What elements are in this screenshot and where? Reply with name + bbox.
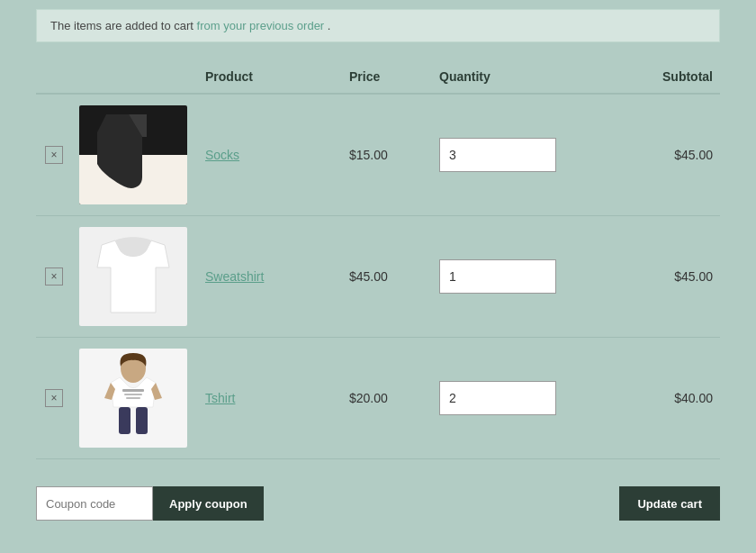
product-link-socks[interactable]: Socks xyxy=(205,148,239,162)
subtotal-tshirt: $40.00 xyxy=(612,338,720,459)
col-product: Product xyxy=(198,60,342,94)
notice-text: The items are added to cart xyxy=(50,19,197,32)
svg-rect-8 xyxy=(119,407,130,434)
table-row: × Sweatshirt $45.00 $45.00 xyxy=(36,216,720,338)
subtotal-sweatshirt: $45.00 xyxy=(612,216,720,338)
svg-rect-5 xyxy=(122,389,144,392)
apply-coupon-button[interactable]: Apply coupon xyxy=(153,486,264,521)
col-image xyxy=(72,60,198,94)
table-row: × Tshirt xyxy=(36,338,720,459)
update-cart-button[interactable]: Update cart xyxy=(619,486,720,521)
coupon-input[interactable] xyxy=(36,486,153,521)
notice-link[interactable]: from your previous order xyxy=(197,19,325,32)
cart-actions: Apply coupon Update cart xyxy=(36,477,720,530)
svg-rect-9 xyxy=(136,407,148,434)
col-price: Price xyxy=(342,60,432,94)
remove-button-socks[interactable]: × xyxy=(45,146,63,164)
quantity-input-socks[interactable] xyxy=(439,138,556,172)
quantity-input-sweatshirt[interactable] xyxy=(439,259,556,294)
col-quantity: Quantity xyxy=(432,60,612,94)
notice-bar: The items are added to cart from your pr… xyxy=(36,9,720,42)
notice-suffix: . xyxy=(324,19,330,32)
price-tshirt: $20.00 xyxy=(342,338,432,459)
svg-rect-6 xyxy=(124,394,142,395)
cart-table: Product Price Quantity Subtotal × Socks xyxy=(36,60,720,459)
product-image-socks xyxy=(79,105,187,204)
coupon-section: Apply coupon xyxy=(36,486,264,521)
product-image-sweatshirt xyxy=(79,227,187,326)
table-row: × Socks $15.00 $45.00 xyxy=(36,94,720,216)
page-wrapper: The items are added to cart from your pr… xyxy=(0,0,756,553)
quantity-input-tshirt[interactable] xyxy=(439,381,556,415)
product-link-sweatshirt[interactable]: Sweatshirt xyxy=(205,269,264,284)
subtotal-socks: $45.00 xyxy=(612,94,720,216)
remove-button-tshirt[interactable]: × xyxy=(45,389,63,407)
col-subtotal: Subtotal xyxy=(612,60,720,94)
product-image-tshirt xyxy=(79,349,187,448)
price-socks: $15.00 xyxy=(342,94,432,216)
col-remove xyxy=(36,60,72,94)
svg-rect-7 xyxy=(126,397,140,399)
price-sweatshirt: $45.00 xyxy=(342,216,432,338)
product-link-tshirt[interactable]: Tshirt xyxy=(205,391,235,405)
table-header-row: Product Price Quantity Subtotal xyxy=(36,60,720,94)
remove-button-sweatshirt[interactable]: × xyxy=(45,267,63,286)
